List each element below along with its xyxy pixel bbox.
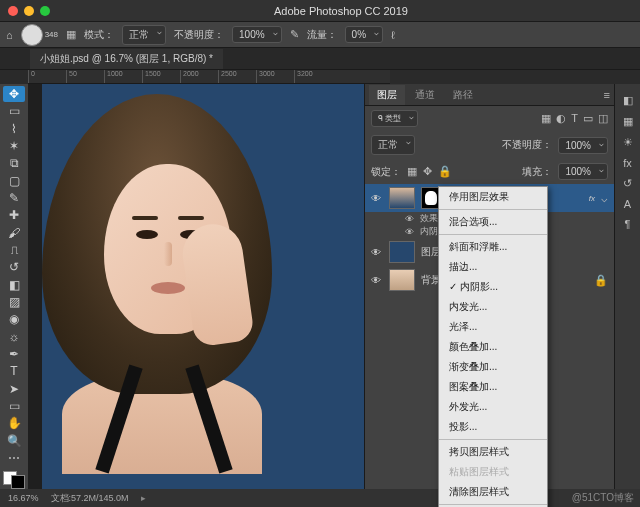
gradient-tool[interactable]: ▨ <box>3 294 25 310</box>
adjust-panel-icon[interactable]: ☀ <box>623 136 633 149</box>
menu-paste-style: 粘贴图层样式 <box>439 462 547 482</box>
canvas[interactable] <box>42 84 364 489</box>
background-color[interactable] <box>11 475 25 489</box>
pressure-opacity-icon[interactable]: ✎ <box>290 28 299 41</box>
blur-tool[interactable]: ◉ <box>3 311 25 327</box>
visibility-icon[interactable]: 👁 <box>405 227 414 237</box>
zoom-tool[interactable]: 🔍 <box>3 433 25 449</box>
panel-header: 图层 通道 路径 ≡ <box>365 84 614 106</box>
menu-drop-shadow[interactable]: 投影... <box>439 417 547 437</box>
path-select-tool[interactable]: ➤ <box>3 381 25 397</box>
close-window-icon[interactable] <box>8 6 18 16</box>
layer-thumb[interactable] <box>389 187 415 209</box>
pen-tool[interactable]: ✒ <box>3 346 25 362</box>
menu-inner-glow[interactable]: 内发光... <box>439 297 547 317</box>
chevron-down-icon[interactable]: ⌵ <box>601 192 608 205</box>
doc-size[interactable]: 文档:57.2M/145.0M <box>51 492 129 505</box>
hand-tool[interactable]: ✋ <box>3 415 25 431</box>
shape-tool[interactable]: ▭ <box>3 398 25 414</box>
opacity-dropdown[interactable]: 100% <box>232 26 282 43</box>
menu-copy-style[interactable]: 拷贝图层样式 <box>439 442 547 462</box>
watermark: @51CTO博客 <box>572 491 634 505</box>
color-swatches[interactable] <box>3 471 25 489</box>
menu-clear-style[interactable]: 清除图层样式 <box>439 482 547 502</box>
visibility-icon[interactable]: 👁 <box>371 247 383 258</box>
layer-lock-row: 锁定： ▦ ✥ 🔒 填充： 100% <box>365 159 614 184</box>
lock-pixels-icon[interactable]: ▦ <box>407 165 417 178</box>
mode-label: 模式： <box>84 28 114 42</box>
blend-mode-dropdown[interactable]: 正常 <box>122 25 166 45</box>
lock-all-icon[interactable]: 🔒 <box>438 165 452 178</box>
eraser-tool[interactable]: ◧ <box>3 277 25 293</box>
menu-blending-options[interactable]: 混合选项... <box>439 212 547 232</box>
eyedropper-tool[interactable]: ✎ <box>3 190 25 206</box>
layer-kind-filter[interactable]: ᑫ 类型 <box>371 110 418 127</box>
menu-bevel[interactable]: 斜面和浮雕... <box>439 237 547 257</box>
brush-panel-icon[interactable]: ▦ <box>66 28 76 41</box>
dodge-tool[interactable]: ☼ <box>3 329 25 345</box>
edit-toolbar[interactable]: ⋯ <box>3 450 25 466</box>
app-title: Adobe Photoshop CC 2019 <box>50 5 632 17</box>
color-panel-icon[interactable]: ◧ <box>623 94 633 107</box>
crop-tool[interactable]: ⧉ <box>3 155 25 171</box>
maximize-window-icon[interactable] <box>40 6 50 16</box>
healing-tool[interactable]: ✚ <box>3 207 25 223</box>
brush-size: 348 <box>45 30 58 39</box>
menu-disable-fx[interactable]: 停用图层效果 <box>439 187 547 207</box>
layer-thumb[interactable] <box>389 241 415 263</box>
window-controls <box>8 6 50 16</box>
menu-inner-shadow[interactable]: 内阴影... <box>439 277 547 297</box>
menu-satin[interactable]: 光泽... <box>439 317 547 337</box>
flow-label: 流量： <box>307 28 337 42</box>
swatches-panel-icon[interactable]: ▦ <box>623 115 633 128</box>
minimize-window-icon[interactable] <box>24 6 34 16</box>
marquee-tool[interactable]: ▭ <box>3 103 25 119</box>
canvas-area[interactable] <box>28 84 364 489</box>
move-tool[interactable]: ✥ <box>3 86 25 102</box>
flow-dropdown[interactable]: 0% <box>345 26 383 43</box>
tab-channels[interactable]: 通道 <box>407 85 443 105</box>
type-tool[interactable]: T <box>3 363 25 379</box>
quick-select-tool[interactable]: ✶ <box>3 138 25 154</box>
frame-tool[interactable]: ▢ <box>3 173 25 189</box>
brush-tool[interactable]: 🖌 <box>3 225 25 241</box>
history-brush-tool[interactable]: ↺ <box>3 259 25 275</box>
layer-thumb[interactable] <box>389 269 415 291</box>
document-tab[interactable]: 小姐姐.psd @ 16.7% (图层 1, RGB/8) * <box>30 49 223 69</box>
menu-pattern-overlay[interactable]: 图案叠加... <box>439 377 547 397</box>
layer-opacity-dropdown[interactable]: 100% <box>558 137 608 154</box>
tools-panel: ✥ ▭ ⌇ ✶ ⧉ ▢ ✎ ✚ 🖌 ⎍ ↺ ◧ ▨ ◉ ☼ ✒ T ➤ ▭ ✋ … <box>0 84 28 489</box>
airbrush-icon[interactable]: ℓ <box>391 29 395 41</box>
document-tab-bar: 小姐姐.psd @ 16.7% (图层 1, RGB/8) * <box>0 48 640 70</box>
lock-label: 锁定： <box>371 165 401 179</box>
lock-position-icon[interactable]: ✥ <box>423 165 432 178</box>
fill-dropdown[interactable]: 100% <box>558 163 608 180</box>
stamp-tool[interactable]: ⎍ <box>3 242 25 258</box>
filter-pixel-icon[interactable]: ▦ <box>541 112 551 125</box>
menu-outer-glow[interactable]: 外发光... <box>439 397 547 417</box>
menu-stroke[interactable]: 描边... <box>439 257 547 277</box>
zoom-level[interactable]: 16.67% <box>8 493 39 503</box>
visibility-icon[interactable]: 👁 <box>405 214 414 224</box>
visibility-icon[interactable]: 👁 <box>371 275 383 286</box>
fx-badge[interactable]: fx <box>589 194 595 203</box>
filter-smart-icon[interactable]: ◫ <box>598 112 608 125</box>
home-icon[interactable]: ⌂ <box>6 29 13 41</box>
styles-panel-icon[interactable]: fx <box>623 157 632 169</box>
panel-menu-icon[interactable]: ≡ <box>604 89 610 101</box>
menu-gradient-overlay[interactable]: 渐变叠加... <box>439 357 547 377</box>
menu-color-overlay[interactable]: 颜色叠加... <box>439 337 547 357</box>
visibility-icon[interactable]: 👁 <box>371 193 383 204</box>
tab-paths[interactable]: 路径 <box>445 85 481 105</box>
layer-blend-dropdown[interactable]: 正常 <box>371 135 415 155</box>
tab-layers[interactable]: 图层 <box>369 85 405 105</box>
filter-shape-icon[interactable]: ▭ <box>583 112 593 125</box>
para-panel-icon[interactable]: ¶ <box>625 218 631 230</box>
right-dock: ◧ ▦ ☀ fx ↺ A ¶ <box>614 84 640 489</box>
history-panel-icon[interactable]: ↺ <box>623 177 632 190</box>
char-panel-icon[interactable]: A <box>624 198 631 210</box>
filter-adjust-icon[interactable]: ◐ <box>556 112 566 125</box>
filter-type-icon[interactable]: T <box>571 112 578 125</box>
lasso-tool[interactable]: ⌇ <box>3 121 25 137</box>
brush-preview[interactable]: 348 <box>21 24 58 46</box>
